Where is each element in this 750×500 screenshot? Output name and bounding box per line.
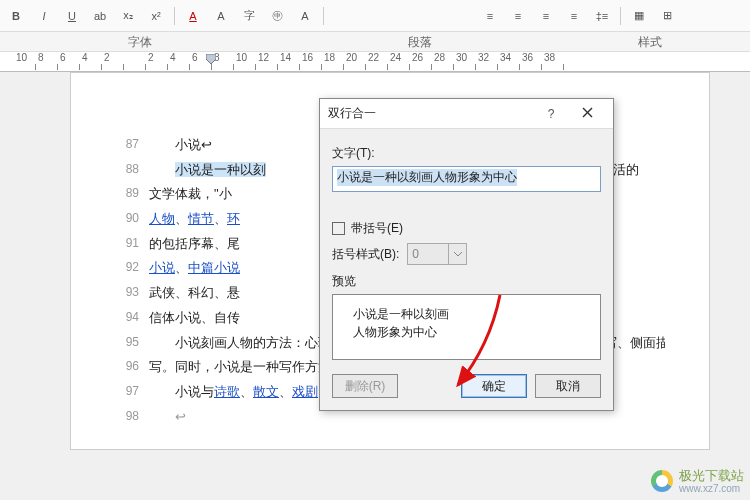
brackets-checkbox[interactable] — [332, 222, 345, 235]
ribbon-group-labels: 字体 段落 样式 — [0, 32, 750, 52]
text-input[interactable]: 小说是一种以刻画人物形象为中心 — [332, 166, 601, 192]
chevron-down-icon — [448, 244, 466, 264]
phonetic-button[interactable]: A — [295, 6, 315, 26]
align-left-button[interactable]: ≡ — [480, 6, 500, 26]
enclose-char-button[interactable]: ㊥ — [267, 6, 287, 26]
remove-button[interactable]: 删除(R) — [332, 374, 398, 398]
close-icon — [582, 107, 593, 118]
cancel-button[interactable]: 取消 — [535, 374, 601, 398]
superscript-button[interactable]: x² — [146, 6, 166, 26]
separator — [620, 7, 621, 25]
ok-button[interactable]: 确定 — [461, 374, 527, 398]
close-button[interactable] — [569, 99, 605, 129]
separator — [323, 7, 324, 25]
dialog-titlebar[interactable]: 双行合一 ? — [320, 99, 613, 129]
indent-marker[interactable] — [206, 54, 216, 68]
separator — [174, 7, 175, 25]
font-color-button[interactable]: A — [183, 6, 203, 26]
bracket-style-combo: 0 — [407, 243, 467, 265]
bracket-style-label: 括号样式(B): — [332, 246, 399, 263]
ribbon-group-font: 字体 — [0, 32, 280, 51]
align-justify-button[interactable]: ≡ — [564, 6, 584, 26]
watermark-url: www.xz7.com — [679, 483, 744, 494]
underline-button[interactable]: U — [62, 6, 82, 26]
watermark-title: 极光下载站 — [679, 469, 744, 483]
watermark-logo-icon — [651, 470, 673, 492]
help-button[interactable]: ? — [533, 99, 569, 129]
preview-label: 预览 — [332, 273, 601, 290]
shading-button[interactable]: ▦ — [629, 6, 649, 26]
text-label: 文字(T): — [332, 145, 601, 162]
char-border-button[interactable]: A — [211, 6, 231, 26]
horizontal-ruler[interactable]: 10 8 6 4 2 2 4 6 8 10 12 14 16 18 20 22 … — [0, 52, 750, 72]
strike-button[interactable]: ab — [90, 6, 110, 26]
watermark: 极光下载站 www.xz7.com — [651, 469, 744, 494]
bold-button[interactable]: B — [6, 6, 26, 26]
brackets-label: 带括号(E) — [351, 220, 403, 237]
subscript-button[interactable]: x₂ — [118, 6, 138, 26]
formatting-toolbar: B I U ab x₂ x² A A 字 ㊥ A ≡ ≡ ≡ ≡ ‡≡ ▦ ⊞ — [0, 0, 750, 32]
preview-box: 小说是一种以刻画 人物形象为中心 — [332, 294, 601, 360]
dialog-title: 双行合一 — [328, 105, 533, 122]
italic-button[interactable]: I — [34, 6, 54, 26]
borders-button[interactable]: ⊞ — [657, 6, 677, 26]
char-shading-button[interactable]: 字 — [239, 6, 259, 26]
align-center-button[interactable]: ≡ — [508, 6, 528, 26]
two-lines-in-one-dialog: 双行合一 ? 文字(T): 小说是一种以刻画人物形象为中心 带括号(E) 括号样… — [319, 98, 614, 411]
align-right-button[interactable]: ≡ — [536, 6, 556, 26]
ribbon-group-paragraph: 段落 — [280, 32, 560, 51]
svg-marker-0 — [206, 54, 216, 64]
line-spacing-button[interactable]: ‡≡ — [592, 6, 612, 26]
ribbon-group-style: 样式 — [560, 32, 740, 51]
